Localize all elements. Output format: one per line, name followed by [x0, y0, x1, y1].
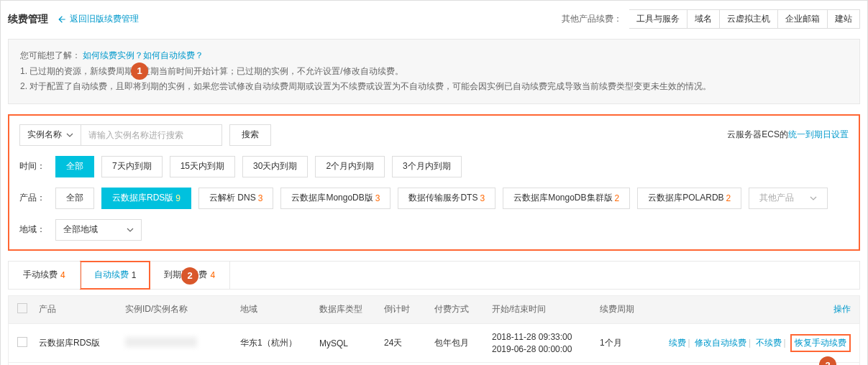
ecs-label: 云服务器ECS的 [727, 129, 788, 139]
cell-dbtype: MySQL [319, 338, 384, 348]
cell-time: 2018-11-28 09:33:00 2019-06-28 00:00:00 [492, 331, 600, 356]
prod-opt-all[interactable]: 全部 [55, 188, 94, 209]
th-time: 开始/结束时间 [492, 303, 600, 315]
prod-opt-dts[interactable]: 数据传输服务DTS3 [398, 188, 495, 209]
action-renew[interactable]: 续费 [669, 338, 686, 348]
info-line2: 2. 对于配置了自动续费，且即将到期的实例，如果您尝试修改自动续费周期或设置为不… [20, 79, 848, 95]
table-header-row: 产品 实例ID/实例名称 地域 数据库类型 倒计时 付费方式 开始/结束时间 续… [8, 295, 860, 324]
name-filter-dropdown[interactable]: 实例名称 [19, 124, 81, 146]
info-prefix: 您可能想了解： [20, 50, 81, 60]
cell-region: 华东1（杭州） [240, 337, 319, 349]
region-label: 地域： [19, 223, 55, 236]
chevron-down-icon [127, 226, 134, 234]
time-opt-7d[interactable]: 7天内到期 [101, 156, 163, 177]
prod-opt-mongodb[interactable]: 云数据库MongoDB版3 [280, 188, 390, 209]
chevron-down-icon [66, 131, 73, 139]
th-countdown: 倒计时 [384, 303, 434, 315]
cell-product: 云数据库RDS版 [39, 337, 125, 349]
filter-box: 实例名称 搜索 云服务器ECS的统一到期日设置 时间： 全部 7天内到期 15天… [8, 114, 860, 251]
back-arrow-icon [57, 14, 67, 24]
prod-label: 产品： [19, 192, 55, 204]
header-row: 续费管理 返回旧版续费管理 其他产品续费： 工具与服务 域名 云虚拟主机 企业邮… [8, 9, 860, 29]
callout-badge-1: 1 [131, 63, 148, 80]
th-product: 产品 [39, 303, 125, 315]
time-opt-2m[interactable]: 2个月内到期 [315, 156, 385, 177]
tabs-row: 手动续费4 自动续费1 到期不续费4 2 [8, 261, 860, 290]
cell-actions: 续费| 修改自动续费| 不续费| 恢复手动续费 [650, 334, 851, 352]
back-link[interactable]: 返回旧版续费管理 [57, 13, 139, 25]
other-products-label: 其他产品续费： [562, 13, 622, 25]
th-cycle: 续费周期 [600, 303, 650, 315]
cell-paytype: 包年包月 [434, 337, 492, 349]
th-dbtype: 数据库类型 [319, 303, 384, 315]
time-label: 时间： [19, 160, 55, 172]
ecs-expire-link[interactable]: 统一到期日设置 [788, 129, 849, 139]
action-norenew[interactable]: 不续费 [756, 338, 782, 348]
action-modify-auto[interactable]: 修改自动续费 [695, 338, 746, 348]
search-input[interactable] [81, 124, 222, 146]
cell-id [125, 337, 240, 349]
chevron-down-icon [810, 195, 817, 202]
th-action: 操作 [650, 303, 851, 315]
cell-countdown: 24天 [384, 337, 434, 349]
action-restore-manual[interactable]: 恢复手动续费 [795, 338, 846, 348]
back-link-text: 返回旧版续费管理 [70, 13, 139, 25]
time-opt-30d[interactable]: 30天内到期 [242, 156, 308, 177]
prod-other-dropdown[interactable]: 其他产品 [749, 188, 828, 209]
prod-opt-rds[interactable]: 云数据库RDS版9 [101, 188, 191, 209]
header-tab-vhost[interactable]: 云虚拟主机 [720, 9, 778, 29]
prod-opt-polardb[interactable]: 云数据库POLARDB2 [637, 188, 741, 209]
time-opt-all[interactable]: 全部 [55, 156, 94, 177]
info-box: 您可能想了解： 如何续费实例？如何自动续费？ 1. 已过期的资源，新续费周期从过… [8, 39, 860, 104]
time-opt-15d[interactable]: 15天内到期 [170, 156, 235, 177]
tab-manual-renew[interactable]: 手动续费4 [9, 262, 81, 289]
th-paytype: 付费方式 [434, 303, 492, 315]
cell-cycle: 1个月 [600, 337, 650, 349]
header-tab-domain[interactable]: 域名 [687, 9, 720, 29]
header-tab-site[interactable]: 建站 [828, 9, 860, 29]
select-all-checkbox[interactable] [17, 303, 27, 313]
table-row: 云数据库RDS版 华东1（杭州） MySQL 24天 包年包月 2018-11-… [8, 324, 860, 364]
prod-opt-mongodb-cluster[interactable]: 云数据库MongoDB集群版2 [503, 188, 630, 209]
header-tab-tools[interactable]: 工具与服务 [629, 9, 687, 29]
header-tab-mail[interactable]: 企业邮箱 [778, 9, 828, 29]
page-title: 续费管理 [8, 13, 48, 26]
callout-badge-2: 2 [181, 267, 198, 285]
th-region: 地域 [240, 303, 319, 315]
th-id: 实例ID/实例名称 [125, 303, 240, 315]
region-dropdown[interactable]: 全部地域 [55, 219, 142, 241]
search-button[interactable]: 搜索 [229, 124, 271, 146]
prod-opt-dns[interactable]: 云解析 DNS3 [198, 188, 273, 209]
tab-auto-renew[interactable]: 自动续费1 [80, 261, 151, 290]
row-checkbox[interactable] [17, 337, 27, 347]
info-help-link[interactable]: 如何续费实例？如何自动续费？ [83, 50, 204, 60]
time-opt-3m[interactable]: 3个月内到期 [392, 156, 462, 177]
